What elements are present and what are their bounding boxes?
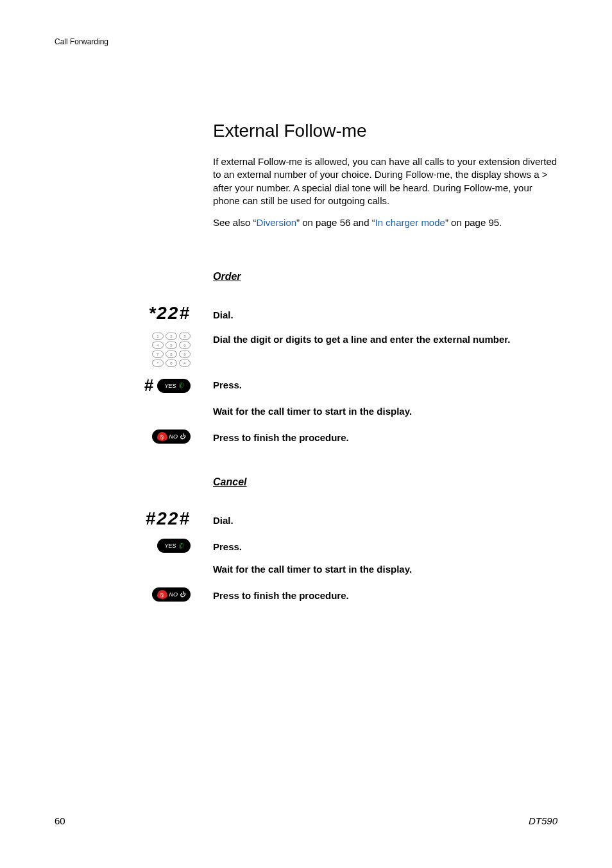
yes-button-icon: YES ✆ [157, 379, 191, 393]
hash-symbol: # [144, 376, 153, 395]
page-header: Call Forwarding [55, 37, 108, 46]
cancel-step-dial: Dial. [213, 508, 561, 527]
yes-button-icon: YES ✆ [157, 539, 191, 553]
power-icon: ⏻ [180, 433, 185, 440]
diversion-link[interactable]: Diversion [257, 217, 297, 228]
intro-paragraph: If external Follow-me is allowed, you ca… [213, 155, 559, 207]
order-step-wait: Wait for the call timer to start in the … [213, 404, 561, 418]
key-2: 2 [166, 333, 177, 340]
key-9: 9 [179, 351, 191, 358]
handset-green-icon: ✆ [176, 381, 184, 390]
key-4: 4 [152, 342, 164, 349]
order-step-dial: Dial. [213, 303, 561, 322]
no-button-icon: ✆ NO ⏻ [152, 587, 191, 602]
order-step-digits: Dial the digit or digits to get a line a… [213, 333, 561, 346]
key-0: 0 [166, 360, 177, 367]
order-step-press-yes: Press. [213, 376, 561, 392]
key-3: 3 [179, 333, 191, 340]
handset-red-icon: ✆ [157, 432, 167, 441]
cancel-section: Cancel #22# Dial. YES ✆ Press. Wait for … [55, 475, 561, 611]
power-icon: ⏻ [180, 591, 185, 598]
order-section: Order *22# Dial. 1 2 3 4 5 6 7 8 9 * 0 #… [55, 270, 561, 453]
cancel-step-press-yes: Press. [213, 538, 561, 553]
no-label: NO [169, 433, 178, 440]
charger-mode-link[interactable]: In charger mode [375, 217, 445, 228]
main-content: External Follow-me If external Follow-me… [213, 121, 559, 229]
key-7: 7 [152, 351, 164, 358]
key-6: 6 [179, 342, 191, 349]
page-number: 60 [55, 815, 65, 826]
order-step-press-no: Press to finish the procedure. [213, 429, 561, 444]
order-dial-code: *22# [148, 303, 191, 324]
key-8: 8 [166, 351, 177, 358]
yes-label: YES [164, 542, 176, 549]
section-title: External Follow-me [213, 121, 559, 141]
see-also: See also “Diversion” on page 56 and “In … [213, 216, 559, 229]
no-button-icon: ✆ NO ⏻ [152, 430, 191, 444]
no-label: NO [169, 591, 178, 598]
key-1: 1 [152, 333, 164, 340]
see-also-mid2: ” on page 95. [445, 217, 502, 228]
yes-label: YES [164, 383, 176, 389]
keypad-icon: 1 2 3 4 5 6 7 8 9 * 0 # [152, 333, 191, 367]
model-label: DT590 [529, 815, 557, 826]
key-star: * [152, 360, 164, 367]
cancel-dial-code: #22# [146, 508, 191, 529]
cancel-step-wait: Wait for the call timer to start in the … [213, 562, 561, 576]
cancel-step-press-no: Press to finish the procedure. [213, 587, 561, 602]
order-heading: Order [213, 270, 561, 284]
key-5: 5 [166, 342, 177, 349]
cancel-heading: Cancel [213, 475, 561, 489]
see-also-mid1: ” on page 56 and “ [296, 217, 375, 228]
handset-red-icon: ✆ [157, 590, 167, 599]
see-also-prefix: See also “ [213, 217, 257, 228]
handset-green-icon: ✆ [176, 542, 184, 551]
key-hash: # [179, 360, 191, 367]
